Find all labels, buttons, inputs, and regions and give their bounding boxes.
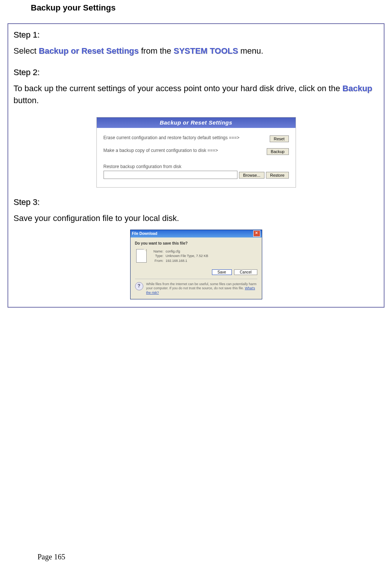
meta-type-value: Unknown File Type, 7.52 KB bbox=[166, 254, 208, 258]
step1-link-backup-reset: Backup or Reset Settings bbox=[39, 46, 139, 56]
warning-body: While files from the Internet can be use… bbox=[146, 282, 257, 290]
meta-name-value: config.cfg bbox=[166, 249, 180, 253]
warning-text: While files from the Internet can be use… bbox=[146, 282, 257, 295]
restore-button[interactable]: Restore bbox=[266, 172, 289, 179]
step1-label: Step 1: bbox=[14, 30, 378, 40]
panel-title: Backup or Reset Settings bbox=[160, 119, 233, 126]
step1-mid: from the bbox=[139, 46, 174, 56]
steps-container: Step 1: Select Backup or Reset Settings … bbox=[8, 23, 384, 308]
step1-pre: Select bbox=[14, 46, 39, 56]
step2-pre: To back up the current settings of your … bbox=[14, 84, 342, 93]
file-download-dialog: File Download ✕ Do you want to save this… bbox=[130, 230, 262, 299]
dialog-question: Do you want to save this file? bbox=[135, 241, 257, 245]
restore-file-input[interactable] bbox=[104, 171, 238, 179]
file-metadata: Name:config.cfg Type:Unknown File Type, … bbox=[151, 249, 208, 264]
save-button[interactable]: Save bbox=[212, 269, 232, 275]
close-icon[interactable]: ✕ bbox=[253, 230, 260, 237]
meta-from-key: From: bbox=[151, 258, 164, 263]
step2-post: button. bbox=[14, 96, 39, 105]
reset-button[interactable]: Reset bbox=[270, 135, 289, 142]
meta-name-key: Name: bbox=[151, 249, 164, 254]
step2-text: To back up the current settings of your … bbox=[14, 83, 378, 107]
step2-label: Step 2: bbox=[14, 68, 378, 77]
meta-type-key: Type: bbox=[151, 254, 164, 258]
backup-config-text: Make a backup copy of current configurat… bbox=[104, 147, 267, 154]
step1-post: menu. bbox=[238, 46, 263, 56]
info-icon: ? bbox=[135, 282, 143, 290]
file-icon bbox=[135, 249, 147, 264]
restore-label: Restore backup configuration from disk bbox=[104, 164, 289, 169]
backup-button[interactable]: Backup bbox=[267, 148, 289, 155]
cancel-button[interactable]: Cancel bbox=[234, 269, 257, 275]
dialog-title: File Download bbox=[132, 231, 253, 236]
step2-link-backup: Backup bbox=[342, 84, 372, 93]
step3-text: Save your configuration file to your loc… bbox=[14, 212, 378, 224]
step3-label: Step 3: bbox=[14, 197, 378, 207]
page-number: Page 165 bbox=[38, 553, 65, 561]
step1-link-system-tools: SYSTEM TOOLS bbox=[174, 46, 238, 56]
erase-config-text: Erase current configuration and restore … bbox=[104, 135, 270, 141]
dialog-titlebar[interactable]: File Download ✕ bbox=[131, 230, 262, 237]
step1-text: Select Backup or Reset Settings from the… bbox=[14, 45, 378, 57]
meta-from-value: 192.168.168.1 bbox=[166, 259, 188, 263]
section-title: Backup your Settings bbox=[31, 3, 384, 13]
browse-button[interactable]: Browse... bbox=[239, 172, 264, 179]
separator bbox=[135, 279, 257, 279]
panel-titlebar: Backup or Reset Settings bbox=[97, 117, 296, 128]
backup-reset-panel: Backup or Reset Settings Erase current c… bbox=[96, 117, 296, 188]
